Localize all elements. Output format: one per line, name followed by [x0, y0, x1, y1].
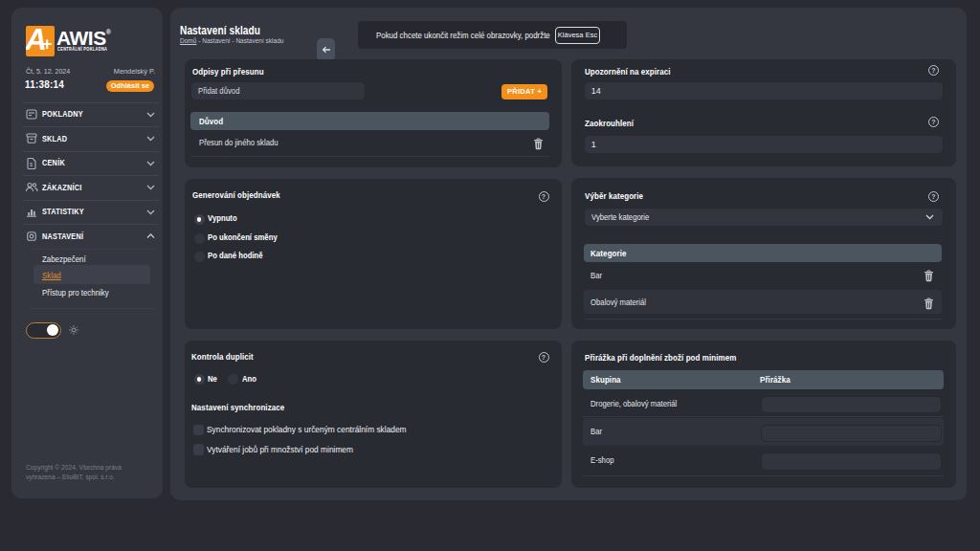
svg-text:$: $	[30, 162, 33, 167]
